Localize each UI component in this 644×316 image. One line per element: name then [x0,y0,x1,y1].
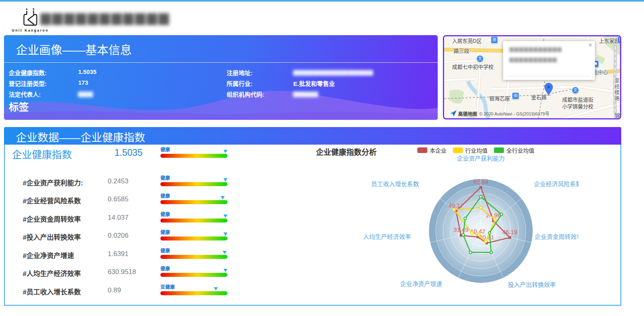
map-label-road-vertical: 皇经楼路 [613,78,620,102]
metric-value: 0.6585 [108,195,128,203]
health-status-label: 健康 [160,247,170,254]
tags-heading: 标签 [9,99,29,113]
school-icon: 文 [572,87,579,94]
building-icon: 田 [617,36,621,44]
gradient-track [160,200,227,204]
field-value-redacted: ▆▆▆ [78,90,93,97]
metric-value: 0.89 [108,286,121,294]
gradient-track [160,154,227,158]
svg-text:46.19: 46.19 [502,229,518,235]
location-pin[interactable] [544,83,553,98]
health-gradient-bar: 亚健康 [160,282,227,298]
radar-axis-label: 企业经济风险系数 [534,181,579,187]
metric-label: #人均生产经济效率 [23,268,81,278]
metric-value: 0.2453 [108,177,128,185]
map-label-road-section: 路三段 [454,47,469,54]
field-value: 1.5035 [78,68,97,75]
map-canvas[interactable]: 入居东苑D区 田 路三段 文 成都七中初中学校 上东家园 田 成东客运中心 银海… [444,36,620,118]
health-status-label: 健康 [160,146,170,153]
health-gradient-bar: 健康 [160,264,227,280]
health-gradient-bar: 健康 [160,210,227,226]
field-value-redacted: ▆▆▆▆▆▆▆▆▆▆▆▆▆▆▆▆ [293,68,373,76]
metric-label: #企业资产获利能力: [23,177,83,187]
marker-triangle-icon [223,233,227,236]
map-label-building: 银海芯座 [489,94,510,102]
logo-text: Unit Kangaroo [11,28,49,32]
metric-row: #企业经营风险系数0.6585健康 [5,191,252,209]
svg-text:31.49: 31.49 [454,226,469,233]
metric-value: 1.5035 [115,147,142,158]
field-label: 登记注册类型: [9,79,47,87]
metric-row: #投入产出转换效率0.0206健康 [5,228,252,245]
map-label-district2: 上东家园 [599,37,620,44]
health-gradient-bar: 健康 [160,228,227,244]
health-status-label: 健康 [160,211,170,217]
legend-item[interactable]: 本企业 [417,146,446,154]
health-status-label: 健康 [160,229,170,235]
building-icon: 田 [512,92,519,99]
legend-item[interactable]: 行业均值 [453,146,488,154]
map-label-district: 入居东苑D区 [452,37,482,44]
amap-logo-text: 高德地图 [458,110,477,117]
legend-swatch [494,147,504,153]
metric-value: 630.9518 [108,268,136,276]
metric-label: #企业净资产增速 [23,250,74,260]
metric-row: 企业健康指数1.5035健康 [5,145,252,163]
field-label: 所属行业: [227,79,253,87]
field-label: 企业健康指数: [9,68,47,77]
legend-label: 全行业均值 [506,146,534,154]
basic-info-panel: 企业画像——基本信息 企业健康指数:1.5035登记注册类型:173法定代表人:… [4,35,438,120]
health-panel-header: 企业数据——企业健康指数 [4,127,621,145]
metric-label: #企业经营风险系数 [23,195,81,205]
radar-axis-label: 企业净资产增速 [400,280,442,287]
metric-row: #企业净资产增速1.6391健康 [5,246,252,264]
popup-divider [508,76,590,76]
metric-row: #企业资产获利能力:0.2453健康 [5,173,252,191]
metric-row: #人均生产经济效率630.9518健康 [5,264,252,282]
gradient-track [160,291,227,295]
metric-label: 企业健康指数 [12,147,72,161]
metric-value: 0.0206 [108,232,128,240]
gradient-track [160,237,227,240]
field-label: 组织机构代码: [227,90,265,98]
map-info-popup: × ▆▆▆▆▆▆▆▆▆▆▆ ▆▆▆▆▆▆▆▆▆▆ [503,41,595,80]
map-copyright: © 2020 AutoNavi - GS(2019)6379号 [479,110,549,117]
popup-line1-redacted: ▆▆▆▆▆▆▆▆▆▆▆ [510,46,562,52]
radar-axis-label: 员工收入增长系数 [371,181,419,187]
legend-swatch [417,147,427,153]
legend-label: 行业均值 [465,146,488,154]
gradient-track [160,255,227,259]
popup-close-icon[interactable]: × [589,42,592,49]
map-attribution: 高德地图 © 2020 AutoNavi - GS(2019)6379号 [450,109,549,117]
building-icon: 田 [491,36,498,44]
company-location-map[interactable]: 入居东苑D区 田 路三段 文 成都七中初中学校 上东家园 田 成东客运中心 银海… [443,35,621,119]
radar-chart: 67.6424.9646.1920.9110.4231.4949.17企业资产获… [355,154,579,295]
field-value: E.批发和零售业 [293,79,335,87]
map-label-school2-line2: 小学锦馨分校 [562,102,593,110]
svg-text:49.17: 49.17 [448,202,464,209]
legend-label: 本企业 [430,146,446,154]
wave-decoration [4,76,438,120]
marker-triangle-icon [221,196,225,199]
panel-title: 企业画像——基本信息 [16,41,132,58]
marker-triangle-icon [223,150,227,153]
health-status-label: 健康 [160,174,170,181]
gradient-track [160,219,227,223]
metric-row: #企业资金周转效率14.037健康 [5,210,252,227]
radar-axis-label: 企业资产获利能力 [457,155,505,162]
health-gradient-bar: 健康 [160,191,227,207]
legend-swatch [453,147,463,153]
health-gradient-bar: 健康 [160,173,227,189]
chart-legend: 本企业行业均值全行业均值 [411,146,534,154]
marker-triangle-icon [223,269,227,272]
field-label: 法定代表人: [9,90,41,98]
svg-text:24.96: 24.96 [486,212,501,219]
top-accent-bar [0,0,644,2]
metric-label: #企业资金周转效率 [23,214,81,224]
health-gradient-bar: 健康 [160,246,227,262]
marker-triangle-icon [223,178,227,181]
health-status-label: 健康 [160,192,170,199]
svg-text:67.64: 67.64 [473,178,488,185]
legend-item[interactable]: 全行业均值 [494,146,534,154]
field-value-redacted: ▆▆▆▆▆ [293,90,318,97]
